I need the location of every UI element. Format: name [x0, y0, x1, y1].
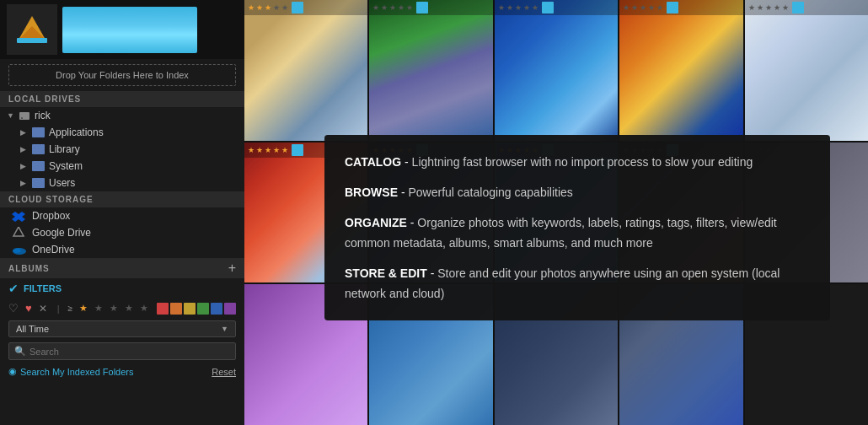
tooltip-row-store: STORE & EDIT - Store and edit your photo…	[345, 263, 810, 304]
tooltip-dash-organize: -	[407, 216, 417, 229]
search-wrap: 🔍	[8, 342, 236, 360]
swatch-purple[interactable]	[224, 303, 236, 315]
swatch-yellow[interactable]	[184, 303, 196, 315]
tooltip-dash-browse: -	[398, 186, 408, 199]
photo-cell[interactable]: ★ ★ ★ ★ ★	[369, 0, 492, 141]
add-album-button[interactable]: +	[228, 261, 236, 275]
drop-zone[interactable]: Drop Your Folders Here to Index	[8, 64, 236, 86]
tree-item-rick[interactable]: ▼ rick	[0, 107, 244, 124]
cloud-item-onedrive[interactable]: OneDrive	[0, 241, 244, 258]
star-2: ★	[631, 3, 638, 12]
search-bar: 🔍	[0, 340, 244, 363]
indexed-circle-icon: ◉	[8, 366, 17, 377]
local-drives-header: LOCAL DRIVES	[0, 91, 244, 107]
filter-controls: ♡ ♥ ✕ | ≥ ★ ★ ★ ★ ★	[0, 299, 244, 318]
tree-item-system[interactable]: ▶ System	[0, 158, 244, 175]
x-filter[interactable]: ✕	[39, 303, 47, 315]
app-logo-icon	[7, 4, 57, 55]
heart-filter-filled[interactable]: ♥	[25, 302, 32, 315]
rating-badge	[792, 2, 804, 13]
svg-marker-4	[13, 227, 24, 236]
star-3: ★	[265, 146, 271, 154]
main-area: ★ ★ ★ ★ ★ ★ ★ ★ ★ ★ ★ ★ ★ ★	[244, 0, 868, 425]
star-filter-2[interactable]: ★	[94, 303, 103, 314]
tree-label-system: System	[49, 160, 83, 172]
tree-label-rick: rick	[35, 110, 51, 121]
tooltip-key-organize: ORGANIZE	[345, 216, 407, 229]
star-5: ★	[656, 3, 663, 12]
rating-badge	[292, 2, 303, 13]
swatch-green[interactable]	[197, 303, 209, 315]
photo-cell[interactable]: ★ ★ ★ ★ ★	[619, 0, 742, 141]
star-filter-1[interactable]: ★	[79, 303, 88, 314]
swatch-red[interactable]	[157, 303, 169, 315]
tree-item-library[interactable]: ▶ Library	[0, 141, 244, 158]
tree-arrow-rick: ▼	[7, 111, 19, 120]
photo-cell[interactable]: ★ ★ ★ ★ ★	[495, 0, 618, 141]
cloud-item-google-drive[interactable]: Google Drive	[0, 224, 244, 241]
folder-icon-applications	[32, 127, 45, 137]
cloud-item-dropbox[interactable]: Dropbox	[0, 207, 244, 224]
star-1: ★	[623, 3, 630, 12]
star-1: ★	[248, 146, 255, 154]
rating-separator: |	[57, 304, 60, 314]
star-5: ★	[281, 146, 288, 154]
tooltip-dash-catalog: -	[401, 155, 411, 169]
star-4: ★	[398, 3, 405, 12]
svg-rect-2	[19, 112, 29, 120]
tree-item-users[interactable]: ▶ Users	[0, 175, 244, 191]
filters-label: FILTERS	[24, 283, 62, 293]
cloud-storage-header: CLOUD STORAGE	[0, 191, 244, 207]
search-icon: 🔍	[14, 346, 26, 357]
star-2: ★	[506, 3, 513, 12]
star-5: ★	[281, 3, 288, 12]
albums-label: ALBUMS	[8, 264, 228, 273]
star-filter-3[interactable]: ★	[110, 303, 118, 314]
search-input[interactable]	[29, 347, 230, 357]
dropbox-label: Dropbox	[32, 210, 70, 222]
onedrive-label: OneDrive	[32, 244, 75, 256]
photo-cell[interactable]: ★ ★ ★ ★ ★	[745, 0, 868, 141]
reset-link[interactable]: Reset	[212, 367, 236, 377]
tooltip-val-catalog: Lightning fast browser with no import pr…	[412, 155, 753, 169]
star-3: ★	[265, 3, 271, 12]
star-3: ★	[515, 3, 522, 12]
svg-point-6	[13, 248, 21, 253]
tooltip-row-browse: BROWSE - Powerful cataloging capabilitie…	[345, 182, 810, 202]
star-2: ★	[757, 3, 764, 12]
tooltip-dash-store: -	[427, 266, 437, 280]
star-2: ★	[256, 3, 263, 12]
star-filter-5[interactable]: ★	[140, 303, 148, 314]
app-logo-banner	[62, 7, 197, 53]
filters-section: ✔ FILTERS	[0, 278, 244, 299]
heart-filter-empty[interactable]: ♡	[8, 302, 19, 315]
star-1: ★	[248, 3, 255, 12]
svg-rect-3	[21, 117, 23, 119]
dropbox-icon	[12, 211, 27, 222]
tooltip-row-catalog: CATALOG - Lightning fast browser with no…	[345, 152, 810, 172]
star-1: ★	[748, 3, 755, 12]
tooltip-key-browse: BROWSE	[345, 186, 398, 199]
star-5: ★	[782, 3, 789, 12]
tree-item-applications[interactable]: ▶ Applications	[0, 124, 244, 141]
indexed-label[interactable]: Search My Indexed Folders	[20, 367, 134, 377]
star-1: ★	[498, 3, 505, 12]
swatch-blue[interactable]	[211, 303, 222, 315]
star-3: ★	[389, 3, 396, 12]
google-drive-label: Google Drive	[32, 227, 91, 239]
star-2: ★	[381, 3, 388, 12]
star-filter-4[interactable]: ★	[125, 303, 133, 314]
photo-cell[interactable]: ★ ★ ★ ★ ★	[244, 0, 367, 141]
tooltip-val-browse: Powerful cataloging capabilities	[408, 186, 572, 199]
star-3: ★	[765, 3, 772, 12]
star-3: ★	[640, 3, 646, 12]
star-5: ★	[406, 3, 413, 12]
time-select[interactable]: All Time ▼	[8, 320, 236, 337]
tree-label-applications: Applications	[49, 126, 104, 138]
tooltip-key-catalog: CATALOG	[345, 155, 401, 169]
star-4: ★	[774, 3, 780, 12]
star-1: ★	[372, 3, 379, 12]
swatch-orange[interactable]	[170, 303, 182, 315]
rating-badge	[667, 2, 678, 13]
star-4: ★	[523, 3, 530, 12]
